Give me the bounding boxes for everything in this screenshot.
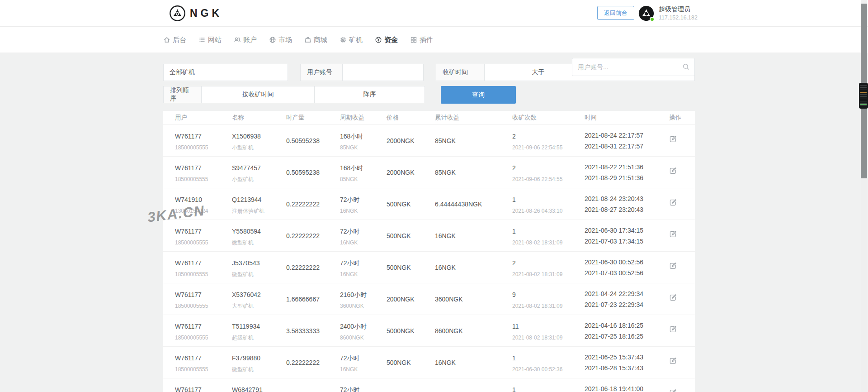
cycle-income-cell: 2400小时8600NGK — [340, 315, 387, 346]
nav-item-miners[interactable]: 矿机 — [340, 36, 363, 44]
chip-icon — [340, 36, 347, 43]
col-cycle: 周期收益 — [340, 114, 387, 122]
nav-items: 后台 网站 账户 市场 商城 矿机 资金 插件 — [163, 27, 433, 53]
scrollbar-minimap-widget[interactable] — [859, 83, 868, 109]
edit-icon[interactable] — [669, 389, 677, 392]
nav-label: 后台 — [173, 36, 186, 44]
price-cell: 2000NGK — [387, 283, 435, 315]
nav-label: 账户 — [243, 36, 257, 44]
user-cell: W76117718500005555 — [175, 157, 232, 188]
order-field-select[interactable]: 按收矿时间 — [201, 86, 315, 103]
nav-item-website[interactable]: 网站 — [198, 36, 222, 44]
nav-item-market[interactable]: 市场 — [269, 36, 292, 44]
hourly-output-cell: 1.66666667 — [286, 283, 340, 315]
nav-item-mall[interactable]: 商城 — [304, 36, 327, 44]
miner-type-select[interactable]: 全部矿机 — [163, 64, 288, 81]
logo-text: NGK — [190, 7, 222, 19]
name-cell: F3799880微型矿机 — [232, 347, 286, 378]
compare-value: 大于 — [532, 68, 545, 76]
edit-icon[interactable] — [669, 135, 677, 145]
order-filter-group: 排列顺序 按收矿时间 降序 — [163, 86, 425, 103]
total-income-cell — [435, 378, 512, 392]
edit-icon[interactable] — [669, 167, 677, 177]
col-name: 名称 — [232, 114, 286, 122]
miner-type-value: 全部矿机 — [170, 68, 195, 76]
mining-count-cell: 92021-08-02 18:31:09 — [512, 283, 585, 315]
search-icon[interactable] — [682, 63, 690, 71]
hourly-output-cell: 0.22222222 — [286, 347, 340, 378]
mining-time-label: 收矿时间 — [436, 64, 485, 81]
table-row: W76117718500005555 T5119934超级矿机 3.583333… — [163, 315, 695, 347]
nav-item-accounts[interactable]: 账户 — [234, 36, 257, 44]
user-cell: W76117718500005555 — [175, 283, 232, 315]
hourly-output-cell: 3.58333333 — [286, 315, 340, 346]
query-button[interactable]: 查询 — [441, 86, 516, 104]
col-total: 累计收益 — [435, 114, 512, 122]
col-price: 价格 — [387, 114, 435, 122]
edit-icon[interactable] — [669, 262, 677, 272]
table-row: W76117718500005555 J5370543微型矿机 0.222222… — [163, 252, 695, 283]
edit-icon[interactable] — [669, 230, 677, 240]
op-cell — [669, 378, 695, 392]
op-cell — [669, 188, 695, 220]
total-income-cell: 16NGK — [435, 347, 512, 378]
cycle-income-cell: 2160小时3600NGK — [340, 283, 387, 315]
user-cell: W76117718500005555 — [175, 347, 232, 378]
total-income-cell: 16NGK — [435, 220, 512, 251]
miner-filter-group: 全部矿机 — [163, 64, 288, 81]
nav-item-plugins[interactable]: 插件 — [410, 36, 433, 44]
top-header: NGK 返回前台 超级管理员 117.152.16.182 — [0, 0, 868, 27]
nav-item-funds[interactable]: 资金 — [375, 36, 398, 44]
price-cell: 500NGK — [387, 252, 435, 283]
shop-bag-icon — [304, 36, 311, 43]
nav-label: 商城 — [314, 36, 327, 44]
op-cell — [669, 125, 695, 156]
avatar[interactable] — [638, 5, 654, 21]
account-input[interactable] — [343, 64, 423, 81]
total-income-cell: 85NGK — [435, 125, 512, 156]
edit-icon[interactable] — [669, 325, 677, 335]
op-cell — [669, 283, 695, 315]
admin-account[interactable]: 超级管理员 117.152.16.182 — [638, 5, 698, 22]
mining-count-cell: 22021-09-06 22:54:55 — [512, 125, 585, 156]
price-cell: 2000NGK — [387, 157, 435, 188]
order-label: 排列顺序 — [163, 86, 202, 103]
price-cell: 5000NGK — [387, 315, 435, 346]
cycle-income-cell: 168小时85NGK — [340, 157, 387, 188]
nav-search — [572, 58, 695, 76]
hourly-output-cell: 0.22222222 — [286, 252, 340, 283]
user-cell: W76117718500005555 — [175, 220, 232, 251]
name-cell: Y5580594微型矿机 — [232, 220, 286, 251]
cycle-income-cell: 72小时 — [340, 378, 387, 392]
home-icon — [163, 36, 170, 43]
user-cell: W76117718500005555 — [175, 252, 232, 283]
table-row: W761177 W6842791 72小时 1 2021-06-18 19:41… — [163, 378, 695, 392]
total-income-cell: 85NGK — [435, 157, 512, 188]
edit-icon[interactable] — [669, 357, 677, 367]
order-dir-select[interactable]: 降序 — [314, 86, 425, 103]
table-row: W76117718500005555 X1506938小型矿机 0.505952… — [163, 125, 695, 157]
col-hourly: 时产量 — [286, 114, 340, 122]
online-status-dot — [650, 17, 655, 22]
mining-count-cell: 1 — [512, 378, 585, 392]
edit-icon[interactable] — [669, 199, 677, 208]
back-to-front-button[interactable]: 返回前台 — [597, 6, 634, 20]
admin-name: 超级管理员 — [659, 5, 698, 13]
cycle-income-cell: 72小时16NGK — [340, 347, 387, 378]
miners-table: 用户 名称 时产量 周期收益 价格 累计收益 收矿次数 时间 操作 W76117… — [163, 111, 695, 392]
name-cell: X5376042大型矿机 — [232, 283, 286, 315]
search-input[interactable] — [572, 58, 695, 76]
nav-item-backstage[interactable]: 后台 — [163, 36, 186, 44]
admin-info: 超级管理员 117.152.16.182 — [659, 5, 698, 22]
nav-label: 矿机 — [349, 36, 363, 44]
col-op: 操作 — [669, 114, 695, 122]
time-cell: 2021-06-30 00:52:562021-07-03 00:52:56 — [585, 252, 669, 283]
nav-label: 资金 — [384, 36, 398, 44]
mining-count-cell: 22021-09-06 22:54:55 — [512, 157, 585, 188]
table-row: W76117718500005555 S9477457小型矿机 0.505952… — [163, 157, 695, 188]
table-header: 用户 名称 时产量 周期收益 价格 累计收益 收矿次数 时间 操作 — [163, 111, 695, 125]
edit-icon[interactable] — [669, 294, 677, 303]
op-cell — [669, 220, 695, 251]
time-cell: 2021-06-25 15:37:432021-06-28 15:37:43 — [585, 347, 669, 378]
table-row: W74191013080154224 Q1213944注册体验矿机 0.2222… — [163, 188, 695, 220]
